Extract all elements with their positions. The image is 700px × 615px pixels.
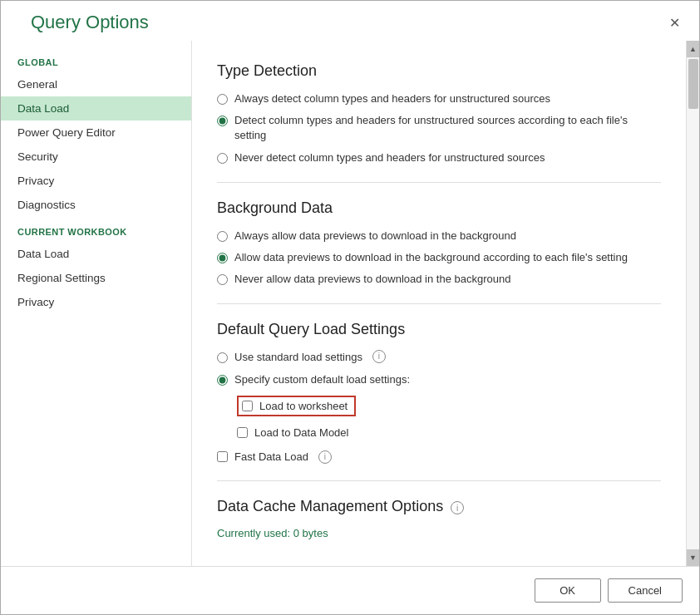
- background-data-radio-1[interactable]: [217, 231, 228, 242]
- scrollbar-thumb[interactable]: [688, 59, 698, 109]
- background-data-section: Background Data Always allow data previe…: [217, 199, 661, 288]
- load-to-data-model-label[interactable]: Load to Data Model: [237, 426, 661, 439]
- background-data-option-2[interactable]: Allow data previews to download in the b…: [217, 250, 661, 265]
- ok-button[interactable]: OK: [535, 578, 601, 603]
- divider-2: [217, 303, 661, 304]
- sidebar-item-wb-privacy[interactable]: Privacy: [1, 290, 191, 314]
- type-detection-option-2[interactable]: Detect column types and headers for unst…: [217, 113, 661, 143]
- content-area: Type Detection Always detect column type…: [192, 41, 686, 566]
- current-workbook-section-label: CURRENT WORKBOOK: [1, 217, 191, 242]
- type-detection-title: Type Detection: [217, 62, 661, 80]
- scrollbar[interactable]: ▲ ▼: [686, 41, 699, 566]
- scroll-down-button[interactable]: ▼: [687, 549, 700, 566]
- sidebar-item-global-data-load[interactable]: Data Load: [1, 96, 191, 121]
- type-detection-option-3[interactable]: Never detect column types and headers fo…: [217, 150, 661, 165]
- currently-used-text: Currently used: 0 bytes: [217, 527, 661, 539]
- type-detection-radio-2[interactable]: [217, 116, 228, 126]
- dialog-body: GLOBAL General Data Load Power Query Edi…: [1, 41, 699, 566]
- close-button[interactable]: ✕: [663, 11, 686, 34]
- sidebar-item-global-general[interactable]: General: [1, 72, 191, 96]
- main-content: Type Detection Always detect column type…: [192, 41, 699, 566]
- sidebar-item-global-security[interactable]: Security: [1, 145, 191, 169]
- dialog-footer: OK Cancel: [1, 566, 699, 614]
- specify-custom-option[interactable]: Specify custom default load settings:: [217, 372, 661, 387]
- data-cache-info-icon[interactable]: i: [451, 501, 464, 514]
- load-to-worksheet-container: Load to worksheet: [237, 396, 661, 421]
- specify-custom-radio[interactable]: [217, 375, 228, 386]
- sidebar-item-wb-regional-settings[interactable]: Regional Settings: [1, 266, 191, 290]
- sidebar-item-global-power-query-editor[interactable]: Power Query Editor: [1, 121, 191, 145]
- sidebar-item-wb-data-load[interactable]: Data Load: [1, 242, 191, 266]
- type-detection-option-1[interactable]: Always detect column types and headers f…: [217, 91, 661, 106]
- default-query-load-radio-group: Use standard load settings i Specify cus…: [217, 350, 661, 386]
- fast-data-load-container: Fast Data Load i: [217, 450, 661, 464]
- global-section-label: GLOBAL: [1, 47, 191, 72]
- type-detection-section: Type Detection Always detect column type…: [217, 62, 661, 165]
- background-data-radio-2[interactable]: [217, 253, 228, 263]
- load-to-data-model-checkbox[interactable]: [237, 427, 248, 438]
- divider-3: [217, 480, 661, 481]
- type-detection-radio-group: Always detect column types and headers f…: [217, 91, 661, 165]
- background-data-radio-group: Always allow data previews to download i…: [217, 229, 661, 288]
- dialog-title: Query Options: [31, 12, 149, 33]
- data-cache-title: Data Cache Management Options i: [217, 498, 661, 515]
- background-data-title: Background Data: [217, 199, 661, 217]
- use-standard-info-icon[interactable]: i: [372, 350, 386, 363]
- load-to-worksheet-checkbox[interactable]: [242, 401, 253, 411]
- default-query-load-section: Default Query Load Settings Use standard…: [217, 321, 661, 463]
- sidebar: GLOBAL General Data Load Power Query Edi…: [1, 41, 192, 566]
- type-detection-radio-3[interactable]: [217, 153, 228, 164]
- title-bar: Query Options ✕: [1, 1, 699, 41]
- custom-load-options: Load to worksheet Load to Data Model: [237, 396, 661, 439]
- sidebar-item-global-diagnostics[interactable]: Diagnostics: [1, 193, 191, 217]
- divider-1: [217, 182, 661, 183]
- use-standard-option[interactable]: Use standard load settings i: [217, 350, 661, 365]
- query-options-dialog: Query Options ✕ GLOBAL General Data Load…: [0, 0, 700, 615]
- fast-data-load-info-icon[interactable]: i: [318, 450, 332, 464]
- load-to-worksheet-label[interactable]: Load to worksheet: [237, 396, 356, 416]
- default-query-load-title: Default Query Load Settings: [217, 321, 661, 338]
- use-standard-radio[interactable]: [217, 352, 228, 363]
- fast-data-load-label[interactable]: Fast Data Load i: [217, 450, 661, 464]
- type-detection-radio-1[interactable]: [217, 94, 228, 105]
- fast-data-load-checkbox[interactable]: [217, 451, 228, 462]
- sidebar-item-global-privacy[interactable]: Privacy: [1, 169, 191, 193]
- cancel-button[interactable]: Cancel: [608, 578, 683, 603]
- background-data-radio-3[interactable]: [217, 274, 228, 285]
- background-data-option-1[interactable]: Always allow data previews to download i…: [217, 229, 661, 244]
- background-data-option-3[interactable]: Never allow data previews to download in…: [217, 272, 661, 287]
- scroll-up-button[interactable]: ▲: [687, 41, 700, 57]
- data-cache-section: Data Cache Management Options i Currentl…: [217, 498, 661, 539]
